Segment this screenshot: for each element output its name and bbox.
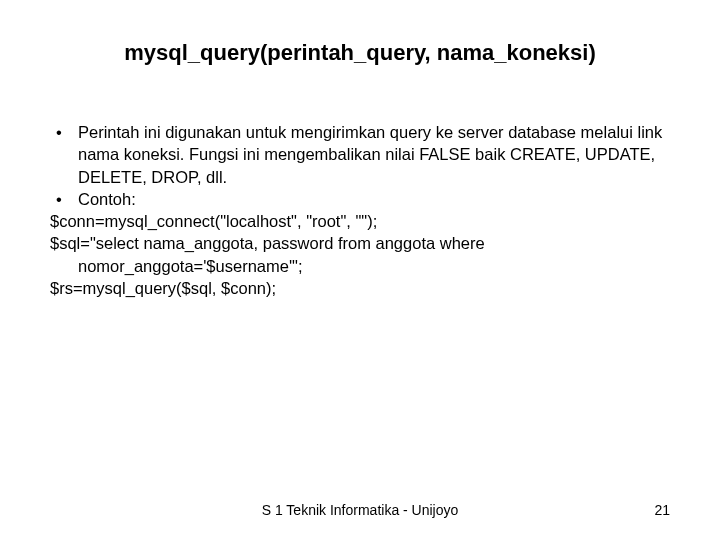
slide-content: • Perintah ini digunakan untuk mengirimk…	[50, 121, 670, 299]
bullet-text: Perintah ini digunakan untuk mengirimkan…	[78, 121, 670, 188]
code-line: $sql="select nama_anggota, password from…	[50, 232, 670, 254]
bullet-item: • Perintah ini digunakan untuk mengirimk…	[50, 121, 670, 188]
bullet-marker: •	[50, 188, 78, 210]
code-line: nomor_anggota='$username'";	[78, 255, 670, 277]
code-line: $rs=mysql_query($sql, $conn);	[50, 277, 670, 299]
footer-center-text: S 1 Teknik Informatika - Unijoyo	[262, 502, 459, 518]
slide-footer: S 1 Teknik Informatika - Unijoyo 21	[0, 502, 720, 518]
code-line: $conn=mysql_connect("localhost", "root",…	[50, 210, 670, 232]
slide-container: mysql_query(perintah_query, nama_koneksi…	[0, 0, 720, 540]
bullet-marker: •	[50, 121, 78, 188]
slide-title: mysql_query(perintah_query, nama_koneksi…	[50, 40, 670, 66]
bullet-text: Contoh:	[78, 188, 670, 210]
page-number: 21	[654, 502, 670, 518]
bullet-item: • Contoh:	[50, 188, 670, 210]
